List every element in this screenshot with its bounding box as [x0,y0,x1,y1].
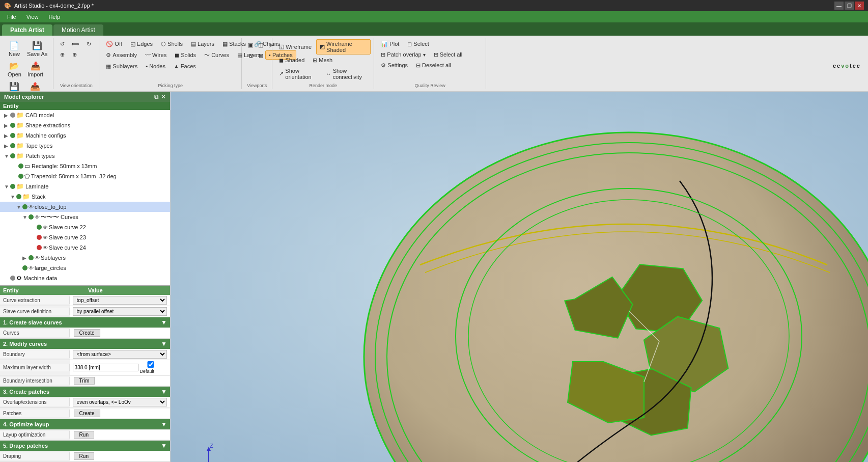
section-1-header[interactable]: 1. Create slave curves ▼ [0,317,170,328]
tree-item-curves-group[interactable]: ▼ 👁 〜〜〜 Curves [0,212,170,222]
btn-curves[interactable]: 〜Curves [201,50,233,61]
btn-view-extra2[interactable]: ⊕ [69,50,80,60]
explorer-detach-button[interactable]: ⧉ [154,93,159,100]
btn-import[interactable]: 📥 Import [25,60,46,79]
max-layer-width-input[interactable] [73,364,139,371]
prop-overlap-ext: Overlap/extensions even overlaps, <= LoO… [0,397,170,408]
section-3-header[interactable]: 3. Create patches ▼ [0,387,170,397]
btn-rotate-right[interactable]: ↻ [83,39,94,49]
btn-rotate-x[interactable]: ↺ [57,39,68,49]
viewport-svg [171,92,868,462]
tree-item-tape-types[interactable]: ▶ 📁 Tape types [0,141,170,151]
menu-help[interactable]: Help [43,13,65,21]
btn-show-orientation[interactable]: ↗Show orientation [275,66,321,81]
viewport-btn-5[interactable]: ⊠ [256,51,265,61]
btn-patch-overlap[interactable]: ⊞Patch overlap ▾ [377,50,429,60]
tree-item-slave24[interactable]: 👁 Slave curve 24 [0,242,170,253]
viewport-btn-4[interactable]: ⊟ [246,51,255,61]
btn-new[interactable]: 📄 New [5,39,23,59]
btn-edges[interactable]: ◱Edges [127,39,156,49]
run-layup-button[interactable]: Run [74,431,94,439]
btn-mesh[interactable]: ⊞Mesh [309,56,336,65]
tree-item-machine-configs[interactable]: ▶ 📁 Machine configs [0,130,170,141]
render-row-3: ↗Show orientation ↔Show connectivity [275,66,371,81]
btn-select[interactable]: ◻Select [404,39,433,49]
create-patches-button[interactable]: Create [74,410,100,417]
tab-motion-artist[interactable]: Motion Artist [53,24,103,36]
curve-extraction-select[interactable]: top_offset [73,296,167,305]
patch-types-arrow: ▼ [4,153,10,159]
tree-item-large-circles[interactable]: 👁 large_circles [0,263,170,273]
tree-item-shape-ext[interactable]: ▶ 📁 Shape extractions [0,120,170,130]
close-to-top-icon [22,204,27,209]
window-controls[interactable]: — ❐ ✕ [834,2,864,10]
slave24-icon [37,245,42,250]
btn-off[interactable]: 🚫Off [102,39,125,49]
btn-solids[interactable]: ◼Solids [171,50,200,60]
boundary-select[interactable]: <from surface> [73,350,167,359]
tree-item-sublayers[interactable]: ▶ 👁 Sublayers [0,253,170,263]
btn-wireframe[interactable]: ◱Wireframe [275,42,315,51]
viewport-btn-2[interactable]: ◫ [256,40,265,50]
tree-item-close-to-top[interactable]: ▼ 👁 close_to_top [0,202,170,212]
tab-patch-artist[interactable]: Patch Artist [2,24,52,36]
btn-nodes[interactable]: •Nodes [142,62,169,71]
btn-wires[interactable]: 〰Wires [142,50,170,60]
menu-file[interactable]: File [2,13,21,21]
btn-settings[interactable]: ⚙Settings [377,61,411,70]
section-4-header[interactable]: 4. Optimize layup ▼ [0,419,170,429]
tree-item-rectangle[interactable]: ▭ Rectangle: 50mm x 13mm [0,161,170,171]
view-row-2: ⊕ ⊕ [57,50,80,60]
btn-assembly[interactable]: ⚙Assembly [102,50,141,60]
tree-item-slave23[interactable]: 👁 Slave curve 23 [0,232,170,242]
close-button[interactable]: ✕ [855,2,864,10]
btn-layers[interactable]: ▤Layers [187,39,218,49]
menu-view[interactable]: View [21,13,44,21]
btn-shaded[interactable]: ◼Shaded [275,56,308,65]
btn-sublayers[interactable]: ▦Sublayers [102,62,141,71]
viewport[interactable]: Z Y X [171,92,868,462]
curve-extraction-label: Curve extraction [0,296,70,304]
btn-show-connectivity[interactable]: ↔Show connectivity [322,66,371,81]
section-5-header[interactable]: 5. Drape patches ▼ [0,441,170,451]
slave-curve-def-value[interactable]: by parallel offset [70,306,170,317]
default-checkbox[interactable] [139,361,162,368]
btn-faces[interactable]: ▲Faces [170,62,200,71]
explorer-close-button[interactable]: ✕ [161,93,166,100]
btn-flip[interactable]: ⟺ [69,39,82,49]
tree-item-machine-data[interactable]: ⚙ Machine data [0,273,170,283]
tree-item-cad[interactable]: ▶ 📁 CAD model [0,110,170,120]
tree-item-patch-types[interactable]: ▼ 📁 Patch types [0,151,170,161]
run-draping-button[interactable]: Run [74,452,94,460]
trim-button[interactable]: Trim [74,377,95,385]
overlap-ext-select[interactable]: even overlaps, <= LoOv [73,398,167,406]
prop-layup-opt: Layup optimization Run [0,429,170,441]
tree-item-laminate[interactable]: ▼ 📁 Laminate [0,181,170,192]
slave23-icon [37,235,42,240]
btn-select-all[interactable]: ⊞Select all [430,50,466,60]
toolbar-group-viewports: ▣ ◫ ▷ ⊟ ⊠ Viewports [242,38,272,89]
btn-save-as[interactable]: 💾 Save As [24,39,50,59]
btn-open[interactable]: 📂 Open [5,60,24,79]
btn-deselect-all[interactable]: ⊟Deselect all [412,61,455,70]
minimize-button[interactable]: — [834,2,844,10]
curve-extraction-value[interactable]: top_offset [70,295,170,306]
tree-item-stack[interactable]: ▼ 📁 Stack [0,192,170,202]
create-curves-button[interactable]: Create [74,329,100,337]
section-2-header[interactable]: 2. Modify curves ▼ [0,339,170,349]
quality-group-label: Quality Review [415,83,445,88]
viewport-btn-1[interactable]: ▣ [246,40,255,50]
window-title: Artist Studio - ex4-dome_2.fpp * [14,3,94,9]
tree-item-slave22[interactable]: 👁 Slave curve 22 [0,222,170,232]
boundary-value[interactable]: <from surface> [70,349,170,360]
overlap-ext-value[interactable]: even overlaps, <= LoOv [70,397,170,407]
slave-curve-def-select[interactable]: by parallel offset [73,307,167,316]
btn-view-extra1[interactable]: ⊕ [57,50,68,60]
draping-value: Run [70,451,170,461]
maximize-button[interactable]: ❐ [845,2,854,10]
btn-plot[interactable]: 📊Plot [377,39,403,49]
btn-shells[interactable]: ⬡Shells [157,39,186,49]
quality-row-3: ⚙Settings ⊟Deselect all [377,61,455,70]
btn-wireframe-shaded[interactable]: ◩Wireframe Shaded [316,39,371,55]
tree-item-trapezoid[interactable]: ⬠ Trapezoid: 50mm x 13mm -32 deg [0,171,170,181]
